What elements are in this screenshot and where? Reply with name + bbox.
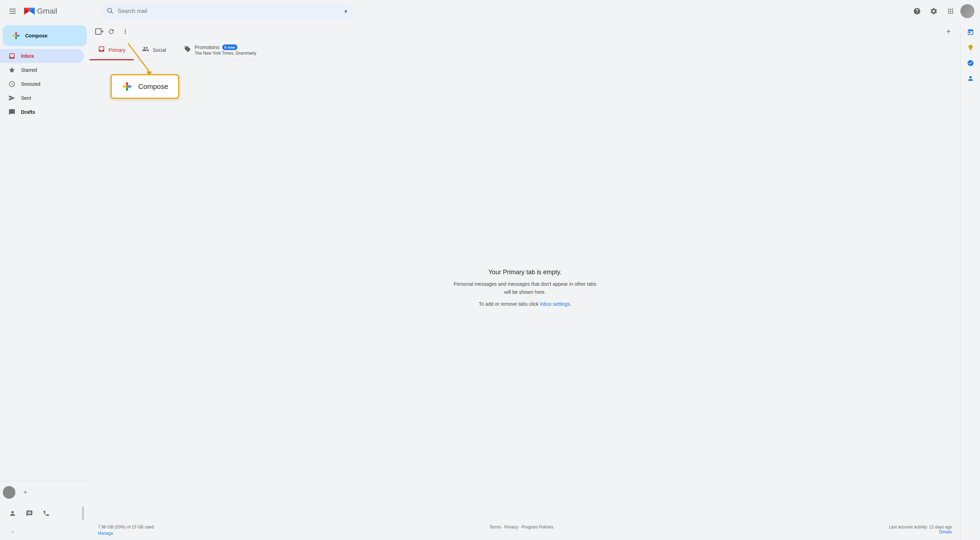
select-dropdown-icon[interactable]: ▾	[102, 29, 103, 34]
topbar: Gmail ▾	[0, 0, 980, 22]
empty-subtitle2-end: .	[570, 301, 571, 307]
empty-subtitle2: To add or remove tabs click inbox settin…	[452, 300, 598, 308]
hamburger-button[interactable]	[6, 4, 20, 18]
scrollbar[interactable]	[82, 507, 84, 520]
promotions-info: Promotions 6 new The New York Times, Gra…	[195, 45, 256, 56]
footer-right: Last account activity: 12 days ago Detai…	[889, 525, 952, 534]
search-bar[interactable]: ▾	[101, 3, 353, 19]
manage-link[interactable]: Manage	[98, 531, 154, 536]
sidebar-item-drafts[interactable]: Drafts	[0, 105, 84, 119]
help-button[interactable]	[910, 4, 924, 18]
select-all-checkbox[interactable]: ▾	[95, 29, 103, 35]
topbar-right	[910, 4, 974, 18]
program-policies-link[interactable]: Program Policies	[522, 525, 554, 529]
toolbar-left: ▾	[95, 25, 132, 38]
social-tab-icon	[142, 46, 149, 54]
empty-subtitle2-text: To add or remove tabs click	[479, 301, 540, 307]
chat-avatar[interactable]	[3, 486, 15, 499]
tasks-icon[interactable]	[964, 56, 978, 70]
sidebar-item-starred[interactable]: Starred	[0, 63, 84, 77]
expand-sidebar-button[interactable]: ›	[6, 525, 20, 538]
details-link[interactable]: Details	[939, 529, 952, 534]
app-title: Gmail	[37, 6, 57, 16]
search-input[interactable]	[118, 8, 340, 14]
add-tab-button[interactable]: +	[942, 25, 955, 38]
privacy-link[interactable]: Privacy	[504, 525, 518, 529]
gmail-logo: Gmail	[23, 5, 57, 18]
search-icon	[107, 7, 113, 15]
tab-social[interactable]: Social	[134, 41, 176, 60]
inbox-settings-link[interactable]: inbox settings	[540, 301, 570, 307]
footer: 7.96 GB (53%) of 15 GB used Manage Terms…	[90, 520, 960, 540]
drafts-label: Drafts	[21, 109, 78, 115]
last-activity: Last account activity: 12 days ago	[889, 525, 952, 529]
compose-plus-icon	[11, 31, 21, 41]
sidebar-bottom: +	[0, 475, 90, 540]
compose-label: Compose	[25, 33, 48, 38]
main-area: Compose Inbox	[0, 22, 980, 540]
meet-button[interactable]	[39, 507, 53, 520]
user-avatar[interactable]	[960, 4, 974, 18]
add-chat-button[interactable]: +	[18, 485, 32, 499]
toolbar-right: +	[942, 25, 955, 38]
snoozed-icon	[8, 81, 15, 88]
keep-icon[interactable]	[964, 41, 978, 55]
email-content: Your Primary tab is empty. Personal mess…	[90, 61, 960, 520]
calendar-icon[interactable]	[964, 25, 978, 39]
sep1: ·	[502, 525, 504, 529]
svg-point-1	[107, 8, 111, 12]
drafts-icon	[8, 108, 15, 116]
apps-button[interactable]	[943, 4, 958, 18]
terms-link[interactable]: Terms	[489, 525, 501, 529]
promotions-subtitle: The New York Times, Grammarly	[195, 51, 256, 56]
empty-title: Your Primary tab is empty.	[452, 269, 598, 276]
promotions-tab-icon	[184, 46, 191, 54]
sidebar-item-inbox[interactable]: Inbox	[0, 49, 84, 63]
inbox-label: Inbox	[21, 53, 78, 59]
tabs-bar: Primary Social	[90, 41, 960, 61]
gmail-m-icon	[23, 5, 36, 18]
search-dropdown-icon[interactable]: ▾	[344, 8, 347, 15]
tab-promotions[interactable]: Promotions 6 new The New York Times, Gra…	[176, 41, 960, 60]
right-sidebar	[960, 22, 980, 540]
promotions-badge: 6 new	[222, 45, 237, 50]
empty-subtitle1: Personal messages and messages that don'…	[452, 280, 598, 296]
sidebar-nav: Inbox Starred	[0, 49, 90, 119]
compose-button[interactable]: Compose	[3, 25, 87, 46]
sidebar-item-sent[interactable]: Sent	[0, 91, 84, 105]
more-options-button[interactable]	[119, 25, 132, 38]
star-icon	[8, 67, 15, 73]
empty-state: Your Primary tab is empty. Personal mess…	[438, 255, 612, 326]
chat-button[interactable]	[22, 507, 37, 520]
footer-center: Terms · Privacy · Program Policies	[489, 525, 554, 529]
settings-button[interactable]	[927, 4, 941, 18]
contacts-button[interactable]	[6, 507, 20, 520]
footer-left: 7.96 GB (53%) of 15 GB used Manage	[98, 525, 154, 536]
tab-primary[interactable]: Primary	[90, 41, 134, 60]
sidebar-item-snoozed[interactable]: Snoozed	[0, 77, 84, 91]
sent-label: Sent	[21, 95, 78, 101]
svg-line-2	[111, 12, 113, 14]
sent-icon	[8, 94, 15, 102]
inbox-icon	[8, 53, 15, 59]
refresh-button[interactable]	[105, 25, 118, 38]
sidebar: Compose Inbox	[0, 22, 90, 540]
topbar-left: Gmail	[6, 4, 97, 18]
contacts-rs-icon[interactable]	[964, 72, 978, 86]
promotions-tab-label: Promotions	[195, 45, 220, 50]
snoozed-label: Snoozed	[21, 81, 78, 87]
primary-tab-label: Primary	[108, 47, 125, 53]
email-toolbar: ▾ +	[90, 22, 960, 41]
checkbox[interactable]	[95, 29, 102, 35]
storage-text: 7.96 GB (53%) of 15 GB used	[98, 525, 154, 529]
social-tab-label: Social	[153, 47, 166, 53]
primary-tab-icon	[98, 46, 105, 54]
starred-label: Starred	[21, 67, 78, 73]
